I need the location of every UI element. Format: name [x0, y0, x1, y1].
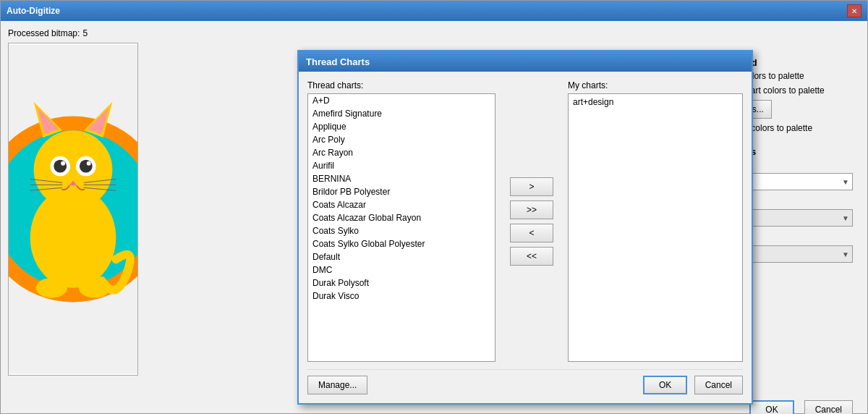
- dialog-body: Thread charts: A+DAmefird SignatureAppli…: [299, 72, 752, 403]
- list-item[interactable]: BERNINA: [308, 172, 495, 185]
- main-title: Auto-Digitize: [7, 6, 60, 16]
- list-item[interactable]: Default: [308, 250, 495, 263]
- processed-value: 5: [82, 28, 88, 38]
- close-button[interactable]: ✕: [847, 4, 861, 17]
- cancel-button[interactable]: Cancel: [694, 376, 743, 394]
- thread-charts-label: Thread charts:: [307, 80, 495, 90]
- center-area: Thread Charts Thread charts: A+DAmefird …: [160, 28, 860, 406]
- list-item[interactable]: Arc Rayon: [308, 146, 495, 159]
- svg-point-12: [80, 160, 93, 173]
- list-item[interactable]: Coats Alcazar: [308, 198, 495, 211]
- bitmap-preview: [8, 43, 138, 376]
- list-item[interactable]: Applique: [308, 120, 495, 133]
- h-scrollbar[interactable]: ◀ ▶: [308, 361, 495, 362]
- left-panel: Processed bitmap: 5: [8, 28, 153, 406]
- thread-charts-scroll[interactable]: A+DAmefird SignatureAppliqueArc PolyArc …: [308, 94, 495, 361]
- svg-point-11: [54, 160, 67, 173]
- cat-illustration: [9, 43, 137, 375]
- list-item[interactable]: Coats Alcazar Global Rayon: [308, 211, 495, 224]
- manage-button[interactable]: Manage...: [307, 376, 367, 394]
- main-cancel-button[interactable]: Cancel: [804, 400, 853, 414]
- ok-button[interactable]: OK: [643, 376, 687, 394]
- satin-fill-arrow: ▼: [842, 178, 849, 186]
- svg-point-22: [36, 278, 68, 298]
- svg-point-23: [79, 278, 111, 298]
- ok-cancel-group: OK Cancel: [643, 376, 743, 394]
- transfer-buttons: > >> < <<: [503, 80, 561, 362]
- list-item[interactable]: Durak Polysoft: [308, 276, 495, 290]
- list-item[interactable]: Durak Visco: [308, 290, 495, 303]
- list-item[interactable]: Coats Sylko Global Polyester: [308, 237, 495, 250]
- move-all-right-button[interactable]: >>: [510, 200, 553, 219]
- processed-label: Processed bitmap:: [8, 28, 80, 38]
- dialog-title: Thread Charts: [306, 56, 370, 67]
- move-left-button[interactable]: <: [510, 224, 553, 242]
- main-content: Processed bitmap: 5: [1, 21, 867, 413]
- main-titlebar: Auto-Digitize ✕: [1, 1, 867, 21]
- my-charts-list[interactable]: art+design: [568, 93, 743, 362]
- list-item[interactable]: Brildor PB Polyester: [308, 185, 495, 198]
- main-ok-button[interactable]: OK: [749, 400, 793, 414]
- list-item[interactable]: Amefird Signature: [308, 107, 495, 120]
- list-item[interactable]: Arc Poly: [308, 133, 495, 146]
- my-charts-section: My charts: art+design: [568, 80, 743, 362]
- dialog-top-row: Thread charts: A+DAmefird SignatureAppli…: [307, 80, 743, 362]
- thread-charts-section: Thread charts: A+DAmefird SignatureAppli…: [307, 80, 495, 362]
- move-all-left-button[interactable]: <<: [510, 247, 553, 266]
- list-item[interactable]: DMC: [308, 263, 495, 276]
- border-arrow: ▼: [842, 250, 849, 258]
- thread-charts-list-container: A+DAmefird SignatureAppliqueArc PolyArc …: [307, 93, 495, 362]
- thread-charts-dialog: Thread Charts Thread charts: A+DAmefird …: [297, 50, 753, 405]
- svg-point-14: [87, 161, 91, 166]
- my-charts-label: My charts:: [568, 80, 743, 90]
- dialog-bottom: Manage... OK Cancel: [307, 369, 743, 394]
- svg-point-4: [34, 130, 113, 209]
- list-item[interactable]: A+D: [308, 94, 495, 107]
- outlines-arrow: ▼: [842, 214, 849, 222]
- list-item[interactable]: Coats Sylko: [308, 224, 495, 237]
- list-item[interactable]: Aurifil: [308, 159, 495, 172]
- main-window: Auto-Digitize ✕ Processed bitmap: 5: [0, 0, 868, 414]
- bottom-ok-cancel: OK Cancel: [749, 400, 853, 414]
- move-right-button[interactable]: >: [510, 177, 553, 196]
- my-charts-item[interactable]: art+design: [570, 96, 741, 109]
- processed-row: Processed bitmap: 5: [8, 28, 153, 38]
- dialog-titlebar: Thread Charts: [299, 51, 752, 72]
- svg-point-13: [61, 161, 65, 166]
